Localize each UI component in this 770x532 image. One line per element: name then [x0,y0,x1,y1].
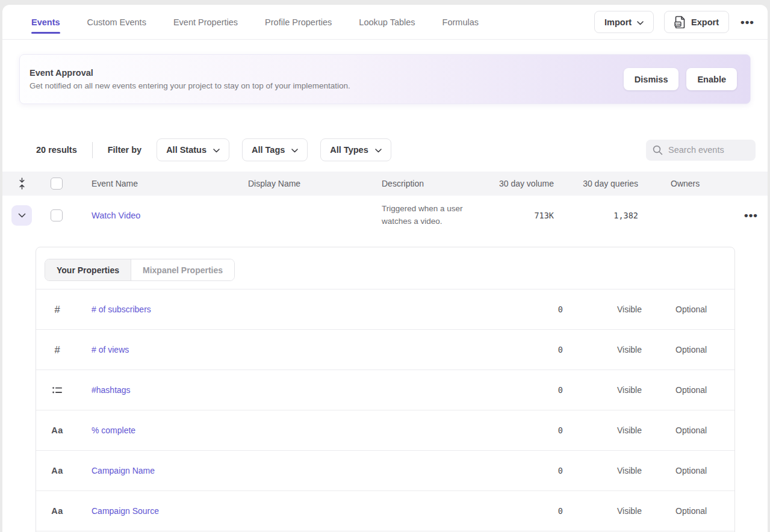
banner-text: Event Approval Get notified on all new e… [29,68,350,90]
property-requirement: Optional [675,466,734,475]
header-event-name: Event Name [75,179,242,188]
import-button[interactable]: Import [594,11,654,33]
tags-filter-label: All Tags [252,145,285,155]
banner-description: Get notified on all new events entering … [29,81,350,90]
property-row: #hashtags 0 Visible Optional [36,370,734,410]
property-row: # # of views 0 Visible Optional [36,330,734,370]
property-queries: 0 [479,305,617,314]
property-name-link[interactable]: #hashtags [78,385,479,395]
property-name-link[interactable]: # of views [78,345,479,354]
tab-mixpanel-properties[interactable]: Mixpanel Properties [131,259,234,280]
tags-filter-dropdown[interactable]: All Tags [242,138,308,161]
svg-text:csv: csv [675,22,681,26]
chevron-down-icon [375,145,382,155]
property-name-link[interactable]: Campaign Name [78,466,479,475]
select-all-checkbox[interactable] [51,178,63,190]
header-owners: Owners [641,179,737,188]
dismiss-button[interactable]: Dismiss [624,68,679,90]
properties-tabs: Your Properties Mixpanel Properties [36,247,734,281]
property-row: Aa Campaign Source 0 Visible Optional [36,491,734,531]
header-description: Description [376,179,491,188]
text-type-icon: Aa [51,506,63,516]
property-visibility: Visible [617,466,675,475]
property-queries: 0 [479,345,617,354]
tab-event-properties[interactable]: Event Properties [173,5,238,39]
property-requirement: Optional [675,425,734,435]
property-row: Aa % complete 0 Visible Optional [36,410,734,451]
search-icon [653,145,663,155]
number-type-icon: # [54,344,60,356]
tab-events[interactable]: Events [31,5,60,39]
events-table-header: Event Name Display Name Description 30 d… [2,172,768,196]
text-type-icon: Aa [51,466,63,475]
tab-your-properties[interactable]: Your Properties [45,259,131,280]
property-queries: 0 [479,506,617,516]
properties-panel: Your Properties Mixpanel Properties # # … [36,247,735,532]
event-queries: 1,382 [556,211,641,220]
property-name-link[interactable]: % complete [78,425,479,435]
tabbar-actions: Import csv Export ••• [594,11,756,33]
row-checkbox[interactable] [51,209,63,221]
header-queries: 30 day queries [556,179,641,188]
property-visibility: Visible [617,345,675,354]
row-more-menu-icon[interactable]: ••• [737,209,759,221]
types-filter-dropdown[interactable]: All Types [320,138,391,161]
tab-lookup-tables[interactable]: Lookup Tables [359,5,415,39]
property-visibility: Visible [617,385,675,395]
more-menu-icon[interactable]: ••• [739,16,756,28]
property-queries: 0 [479,425,617,435]
top-tab-bar: Events Custom Events Event Properties Pr… [2,5,768,40]
search-input[interactable] [668,145,749,155]
collapse-all-icon[interactable] [18,178,26,190]
property-requirement: Optional [675,305,734,314]
enable-button[interactable]: Enable [686,68,737,90]
filter-by-label: Filter by [108,145,141,155]
export-button-label: Export [691,17,719,27]
collapse-row-chevron-icon[interactable] [11,205,32,226]
results-count: 20 results [36,145,77,155]
property-name-link[interactable]: # of subscribers [78,305,479,314]
header-volume: 30 day volume [491,179,556,188]
property-requirement: Optional [675,345,734,354]
list-type-icon [52,386,62,394]
csv-file-icon: csv [674,16,686,28]
property-queries: 0 [479,385,617,395]
property-row: # # of subscribers 0 Visible Optional [36,289,734,330]
property-requirement: Optional [675,506,734,516]
import-button-label: Import [604,17,632,27]
property-requirement: Optional [675,385,734,395]
tab-profile-properties[interactable]: Profile Properties [265,5,332,39]
property-name-link[interactable]: Campaign Source [78,506,479,516]
property-visibility: Visible [617,425,675,435]
header-display-name: Display Name [242,179,376,188]
property-queries: 0 [479,466,617,475]
property-visibility: Visible [617,506,675,516]
lexicon-page: Events Custom Events Event Properties Pr… [2,5,768,532]
banner-actions: Dismiss Enable [624,68,737,90]
search-box[interactable] [646,140,756,161]
export-button[interactable]: csv Export [664,11,729,33]
tab-custom-events[interactable]: Custom Events [87,5,146,39]
status-filter-dropdown[interactable]: All Status [157,138,229,161]
property-row: Aa Campaign Name 0 Visible Optional [36,451,734,491]
status-filter-label: All Status [166,145,206,155]
filter-toolbar: 20 results Filter by All Status All Tags… [36,138,756,161]
types-filter-label: All Types [330,145,368,155]
text-type-icon: Aa [51,425,63,435]
event-row-watch-video: Watch Video Triggered when a user watche… [2,196,768,235]
event-description: Triggered when a user watches a video. [376,197,491,234]
tab-formulas[interactable]: Formulas [442,5,479,39]
banner-title: Event Approval [29,68,350,78]
chevron-down-icon [213,145,220,155]
event-name-link[interactable]: Watch Video [92,211,140,220]
chevron-down-icon [637,17,644,27]
number-type-icon: # [54,304,60,315]
property-visibility: Visible [617,305,675,314]
divider [92,142,93,158]
event-volume: 713K [491,211,556,220]
event-approval-banner: Event Approval Get notified on all new e… [19,54,751,104]
chevron-down-icon [291,145,298,155]
